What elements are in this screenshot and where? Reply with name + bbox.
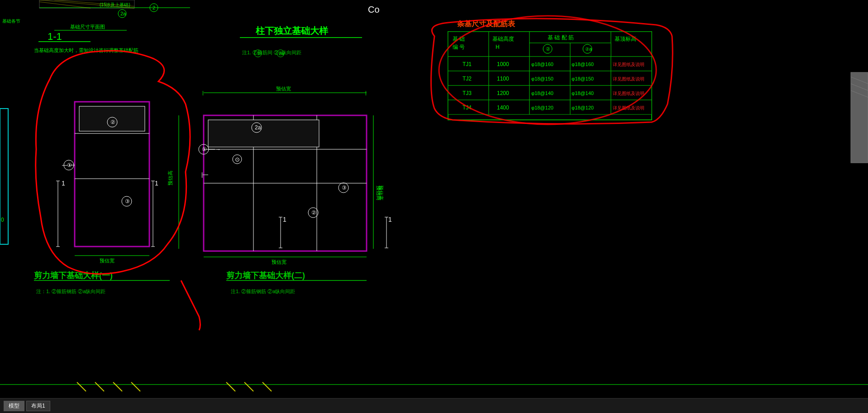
svg-rect-91 [489,57,529,71]
status-bar: 模型 布局1 [0,398,868,413]
zero-label: 0 [1,217,4,223]
left-note: 基础各节 [2,19,20,24]
svg-text:预估宽: 预估宽 [272,259,286,265]
note-section2: 注1. ②箍筋钢筋 ②a纵向间距 [231,289,295,294]
row3-top: 详见图纸及说明 [613,91,644,96]
svg-text:②: ② [257,51,261,56]
row1-top: 详见图纸及说明 [613,62,644,67]
co-label: Co [368,5,380,14]
svg-text:—: — [62,162,67,168]
svg-text:2: 2 [153,5,155,10]
row1-r1: φ18@160 [531,62,553,67]
svg-text:2a: 2a [120,11,126,16]
svg-text:②a: ②a [585,47,592,52]
title-section2: 剪力墙下基础大样(二) [226,271,305,280]
svg-text:预估宽: 预估宽 [276,86,291,91]
tab-model[interactable]: 模型 [4,401,24,411]
svg-text:②: ② [110,119,115,125]
svg-text:预估宽: 预估宽 [100,258,114,263]
svg-text:②: ② [546,46,550,52]
svg-rect-120 [851,72,868,163]
svg-text:1: 1 [388,216,392,223]
row2-code: TJ2 [463,76,472,82]
th-rebar: 基 础 配 筋 [548,34,574,41]
svg-rect-96 [489,71,529,85]
svg-rect-101 [489,85,529,100]
svg-text:③: ③ [342,185,347,191]
row2-h: 1100 [497,76,509,82]
row3-code: TJ3 [463,90,472,96]
row4-r1: φ18@120 [531,105,553,110]
title-section1: 剪力墙下基础大样(一) [33,271,113,280]
row3-h: 1200 [497,90,509,96]
note-section1: 注：1. ②箍筋钢筋 ②a纵向间距 [36,289,105,294]
row2-top: 详见图纸及说明 [613,76,644,81]
svg-text:①: ① [202,146,207,152]
svg-text:⊙: ⊙ [235,156,240,163]
row3-r1: φ18@140 [531,90,553,96]
title-zhuxia: 柱下独立基础大样 [255,26,329,36]
cad-canvas: 1-1 当基础高度加大时，需知设计咨行调整基础配筋 基础尺寸平面图 基础各节 (… [0,0,868,398]
svg-rect-106 [489,100,529,114]
svg-text:2a: 2a [255,124,261,131]
row1-code: TJ1 [463,61,472,67]
right-dim: 预估高 [376,185,382,200]
th-h: H [496,44,500,50]
section-title: 1-1 [48,31,62,42]
row4-r2: φ18@120 [572,105,594,110]
svg-text:②: ② [311,209,316,216]
row3-r2: φ18@140 [572,90,594,96]
svg-text:1: 1 [62,180,65,187]
svg-text:|—: |— [201,171,208,178]
note-zhuxia: 注1. ②箍筋间 ②a纵向间距 [242,50,301,55]
svg-text:|: | [202,90,204,95]
svg-text:|: | [365,90,367,95]
row2-r1: φ18@150 [531,76,553,81]
svg-text:预估高: 预估高 [167,171,173,185]
th-code2: 编 号 [453,44,465,50]
row1-h: 1000 [497,61,509,67]
svg-text:1: 1 [155,180,158,187]
row2-r2: φ18@150 [572,76,594,81]
svg-text:→: → [215,146,221,152]
th-height: 基础高度 [492,36,514,42]
svg-text:2a: 2a [279,51,284,56]
tab-layout1[interactable]: 布局1 [26,401,50,411]
top-note: 基础尺寸平面图 [70,24,105,29]
svg-text:③: ③ [125,198,130,204]
svg-text:1: 1 [283,216,286,223]
row4-h: 1400 [497,104,509,111]
svg-rect-54 [208,120,319,147]
row1-r2: φ18@160 [572,62,594,67]
